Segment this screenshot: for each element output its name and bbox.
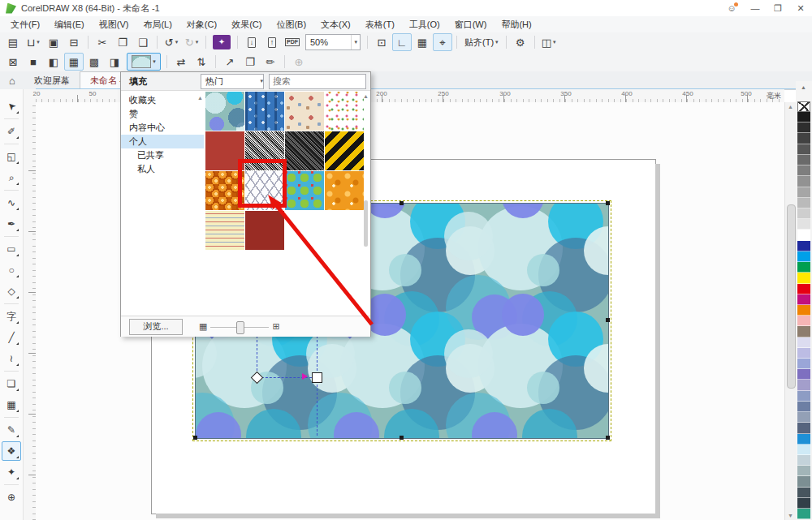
publish-to-pdf[interactable]: PDF — [283, 33, 302, 51]
search-content[interactable]: ✦ — [213, 35, 231, 49]
no-fill[interactable]: ⊠ — [3, 53, 23, 71]
menu-item[interactable]: 视图(V) — [92, 16, 136, 32]
undo-dropdown[interactable]: ▾ — [175, 39, 179, 45]
menu-item[interactable]: 编辑(E) — [47, 16, 92, 32]
crop-tool[interactable]: ◱ — [2, 147, 21, 166]
palette-swatch[interactable] — [797, 165, 810, 176]
menu-item[interactable]: 布局(L) — [136, 16, 179, 32]
undo[interactable]: ↺▾ — [162, 33, 181, 51]
palette-swatch[interactable] — [797, 445, 810, 455]
selection-handle-bottom-left[interactable] — [193, 436, 197, 440]
connector-tool[interactable]: ≀ — [2, 349, 21, 368]
mirror-fill-horizontal[interactable]: ⇄ — [171, 53, 191, 71]
selection-handle-top-middle[interactable] — [400, 201, 404, 205]
application-launcher-dropdown[interactable]: ▾ — [553, 39, 556, 45]
copy[interactable]: ❐ — [113, 33, 132, 51]
bitmap-pattern-fill[interactable]: ▩ — [84, 53, 104, 71]
palette-no-color-swatch[interactable] — [797, 101, 810, 112]
two-color-pattern-fill[interactable]: ◨ — [105, 53, 124, 71]
menu-item[interactable]: 工具(O) — [402, 16, 447, 32]
rectangle-tool[interactable]: ▭ — [2, 239, 21, 259]
palette-swatch[interactable] — [797, 305, 810, 316]
palette-swatch[interactable] — [797, 434, 810, 445]
text-tool[interactable]: 字 — [2, 307, 21, 326]
palette-swatch[interactable] — [797, 144, 810, 155]
menu-item[interactable]: 对象(C) — [179, 16, 224, 32]
palette-swatch[interactable] — [797, 155, 810, 165]
palette-swatch[interactable] — [797, 198, 810, 208]
scroll-up-icon[interactable]: ▲ — [788, 104, 793, 110]
palette-swatch[interactable] — [797, 326, 810, 337]
palette-swatch[interactable] — [797, 316, 810, 326]
pattern-swatch-orange-floral[interactable] — [325, 171, 364, 210]
selection-handle-middle-right[interactable] — [606, 318, 610, 322]
drop-shadow-tool[interactable]: ❏ — [2, 374, 21, 393]
palette-swatch[interactable] — [797, 337, 810, 348]
zoom-levels[interactable]: 50%▾ — [305, 34, 361, 50]
ellipse-tool[interactable]: ○ — [2, 260, 21, 280]
category-item[interactable]: 个人 — [121, 135, 204, 148]
palette-swatch[interactable] — [797, 402, 810, 412]
pattern-swatch-dark-red-2[interactable] — [245, 211, 284, 250]
scrollbar-thumb[interactable] — [787, 204, 796, 389]
palette-swatch[interactable] — [797, 391, 810, 402]
large-thumbnails-icon[interactable]: ⊞ — [272, 321, 279, 332]
scrollbar-thumb[interactable] — [364, 200, 368, 247]
open-document-dropdown[interactable]: ▾ — [37, 39, 40, 45]
zoom-tool[interactable]: ⌕ — [2, 168, 21, 187]
snap-to[interactable]: 贴齐(T)▾ — [461, 37, 502, 49]
scroll-down-icon[interactable]: ▼ — [788, 513, 793, 518]
palette-swatch[interactable] — [797, 122, 810, 133]
chevron-down-icon[interactable]: ▾ — [351, 35, 360, 49]
palette-swatch[interactable] — [797, 488, 810, 498]
palette-swatch[interactable] — [797, 273, 810, 283]
palette-swatch[interactable] — [797, 176, 810, 187]
thumbnail-size-slider[interactable] — [210, 320, 269, 333]
selection-handle-bottom-middle[interactable] — [400, 436, 404, 440]
application-launcher[interactable]: ◫▾ — [539, 33, 559, 51]
palette-swatch[interactable] — [797, 230, 810, 240]
fountain-fill[interactable]: ◧ — [44, 53, 63, 71]
palette-swatch[interactable] — [797, 348, 810, 359]
vector-pattern-fill[interactable]: ▦ — [64, 53, 84, 71]
tab-welcome-screen[interactable]: 欢迎屏幕 — [24, 71, 80, 89]
fill-filter-dropdown[interactable]: 热门 ▾ — [201, 74, 264, 89]
category-scroll-up-icon[interactable]: ▲ — [197, 95, 203, 101]
shape-tool[interactable]: ✐ — [2, 122, 21, 141]
category-item[interactable]: 已共享 — [121, 148, 204, 162]
pattern-swatch-polka-dots[interactable] — [285, 171, 324, 210]
category-item[interactable]: 收藏夹 — [121, 93, 204, 107]
artistic-media-tool[interactable]: ✒ — [2, 214, 21, 234]
fill-scale-square-handle[interactable] — [312, 372, 322, 383]
canvas-vertical-scrollbar[interactable]: ▲ ▼ — [784, 102, 797, 520]
search-input[interactable] — [269, 74, 366, 89]
chevron-down-icon[interactable]: ▾ — [153, 58, 156, 65]
selection-handle-bottom-right[interactable] — [606, 436, 610, 440]
palette-swatch[interactable] — [797, 359, 810, 369]
pattern-swatch-white-confetti[interactable] — [325, 92, 364, 131]
pattern-swatch-dark-noise[interactable] — [285, 131, 324, 170]
browse-button[interactable]: 浏览... — [129, 319, 183, 335]
pattern-swatch-hazard-stripes[interactable] — [325, 131, 364, 170]
edit-fill[interactable]: ✏ — [261, 53, 280, 71]
add-tools-button[interactable]: ⊕ — [2, 488, 21, 507]
export[interactable]: ↑ — [262, 33, 282, 51]
restore-button[interactable]: ❐ — [767, 0, 789, 16]
color-eyedropper-tool[interactable]: ✎ — [2, 420, 21, 440]
palette-swatch[interactable] — [797, 241, 810, 251]
show-grid[interactable]: ▦ — [412, 33, 432, 51]
palette-swatch[interactable] — [797, 208, 810, 219]
pattern-swatch-beige-floral[interactable] — [285, 92, 324, 131]
welcome-home-tab[interactable]: ⌂ — [0, 71, 24, 89]
mirror-fill-vertical[interactable]: ⇅ — [192, 53, 211, 71]
slider-thumb[interactable] — [236, 321, 244, 334]
selection-handle-top-right[interactable] — [606, 201, 610, 205]
full-screen-preview[interactable]: ⊡ — [372, 33, 391, 51]
import[interactable]: ↓ — [242, 33, 261, 51]
pattern-swatch-lined-paper[interactable] — [205, 211, 244, 250]
show-guidelines[interactable]: ⌖ — [433, 33, 452, 51]
menu-item[interactable]: 文本(X) — [313, 16, 358, 32]
palette-swatch[interactable] — [797, 251, 810, 262]
minimize-button[interactable]: — — [744, 0, 767, 16]
palette-swatch[interactable] — [797, 133, 810, 144]
